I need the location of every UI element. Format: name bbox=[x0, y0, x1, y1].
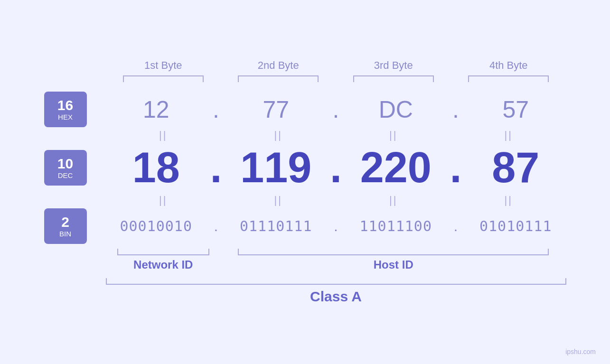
hex-badge: 16 HEX bbox=[44, 92, 87, 127]
equals-7: || bbox=[336, 194, 451, 206]
dec-dot-1: . bbox=[206, 143, 225, 192]
class-label: Class A bbox=[106, 289, 566, 305]
class-row: Class A bbox=[44, 278, 566, 305]
equals-2: || bbox=[221, 129, 336, 141]
dec-row: 10 DEC 18 . 119 . 220 . 87 bbox=[44, 143, 566, 192]
dec-base-label: DEC bbox=[58, 171, 73, 180]
network-id-label: Network ID bbox=[133, 258, 193, 271]
byte1-label: 1st Byte bbox=[106, 59, 221, 72]
dec-base-number: 10 bbox=[57, 156, 73, 171]
dec-badge: 10 DEC bbox=[44, 150, 87, 186]
bottom-section: Network ID Host ID bbox=[44, 249, 566, 271]
hex-dot-3: . bbox=[446, 96, 465, 123]
bin-b1: 00010010 bbox=[106, 218, 207, 234]
hex-dot-1: . bbox=[206, 96, 225, 123]
hex-b2: 77 bbox=[225, 96, 327, 123]
hex-b4: 57 bbox=[465, 96, 566, 123]
class-bracket bbox=[106, 278, 566, 285]
host-id-label: Host ID bbox=[374, 258, 413, 271]
hex-base-label: HEX bbox=[58, 113, 73, 121]
bin-b2: 01110111 bbox=[225, 218, 327, 234]
hex-dot-2: . bbox=[327, 96, 346, 123]
bin-values-row: 00010010 . 01110111 . 11011100 . 0101011… bbox=[106, 218, 566, 234]
top-bracket-2 bbox=[238, 75, 319, 82]
equals-4: || bbox=[451, 129, 566, 141]
equals-5: || bbox=[106, 194, 221, 206]
dec-b2: 119 bbox=[225, 143, 327, 192]
top-bracket-1 bbox=[123, 75, 204, 82]
bracket-cell-1 bbox=[106, 75, 221, 82]
main-container: 1st Byte 2nd Byte 3rd Byte 4th Byte 16 H… bbox=[44, 59, 566, 305]
hex-row: 16 HEX 12 . 77 . DC . 57 bbox=[44, 92, 566, 127]
watermark: ipshu.com bbox=[565, 348, 596, 355]
byte4-label: 4th Byte bbox=[451, 59, 566, 72]
bin-dot-3: . bbox=[446, 218, 465, 234]
hex-base-number: 16 bbox=[57, 97, 73, 113]
host-id-area: Host ID bbox=[221, 249, 566, 271]
dec-values-row: 18 . 119 . 220 . 87 bbox=[106, 143, 566, 192]
bin-b4: 01010111 bbox=[465, 218, 566, 234]
bin-dot-2: . bbox=[327, 218, 346, 234]
dec-dot-2: . bbox=[327, 143, 346, 192]
host-bracket bbox=[238, 249, 549, 255]
equals-8: || bbox=[451, 194, 566, 206]
top-brackets-row bbox=[44, 75, 566, 82]
top-bracket-4 bbox=[468, 75, 549, 82]
byte3-label: 3rd Byte bbox=[336, 59, 451, 72]
bin-badge: 2 BIN bbox=[44, 208, 87, 244]
bin-row: 2 BIN 00010010 . 01110111 . 11011100 . bbox=[44, 208, 566, 244]
bin-base-label: BIN bbox=[59, 230, 71, 238]
network-id-area: Network ID bbox=[106, 249, 221, 271]
bracket-cell-4 bbox=[451, 75, 566, 82]
hex-b1: 12 bbox=[106, 96, 207, 123]
network-bracket bbox=[117, 249, 209, 255]
bracket-cell-2 bbox=[221, 75, 336, 82]
hex-values-row: 12 . 77 . DC . 57 bbox=[106, 96, 566, 123]
dec-dot-3: . bbox=[446, 143, 465, 192]
equals-row-2: || || || || bbox=[44, 194, 566, 206]
byte-labels-row: 1st Byte 2nd Byte 3rd Byte 4th Byte bbox=[44, 59, 566, 72]
byte2-label: 2nd Byte bbox=[221, 59, 336, 72]
bin-base-number: 2 bbox=[61, 214, 69, 230]
bin-dot-1: . bbox=[206, 218, 225, 234]
top-bracket-3 bbox=[353, 75, 434, 82]
equals-3: || bbox=[336, 129, 451, 141]
equals-row-1: || || || || bbox=[44, 129, 566, 141]
bin-b3: 11011100 bbox=[346, 218, 447, 234]
dec-b1: 18 bbox=[106, 143, 207, 192]
equals-6: || bbox=[221, 194, 336, 206]
dec-b4: 87 bbox=[465, 143, 566, 192]
equals-1: || bbox=[106, 129, 221, 141]
dec-b3: 220 bbox=[346, 143, 447, 192]
hex-b3: DC bbox=[346, 96, 447, 123]
bracket-cell-3 bbox=[336, 75, 451, 82]
